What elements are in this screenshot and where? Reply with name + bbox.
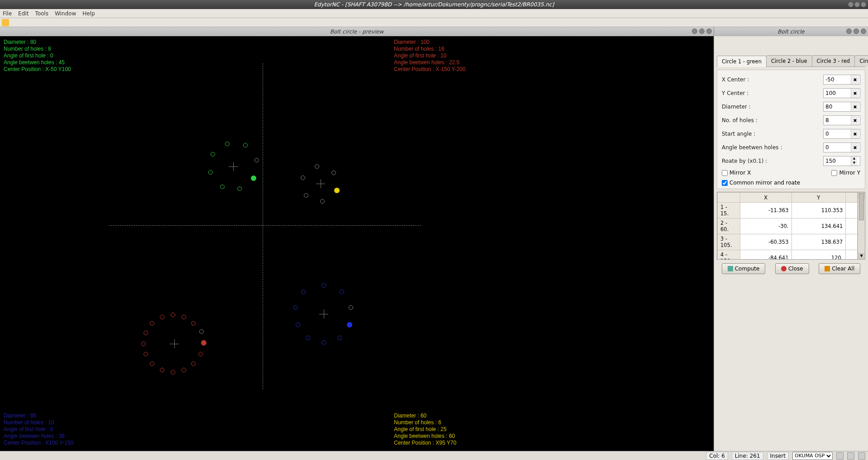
hole-highlight-red	[201, 340, 206, 346]
spinner-up-icon[interactable]: ▲	[851, 156, 857, 161]
menu-edit[interactable]: Edit	[18, 10, 29, 17]
clear-icon[interactable]: ✖	[851, 143, 859, 152]
status-mode: Insert	[767, 452, 789, 460]
menu-file[interactable]: File	[3, 10, 12, 17]
hole	[225, 142, 230, 146]
table-row[interactable]: 3 - 105.-60.353138.637	[718, 234, 858, 250]
main-titlebar: EdytorNC - [SHAFT A30798D --> /home/artu…	[0, 0, 868, 9]
hole	[321, 340, 326, 345]
mirror-y-checkbox[interactable]: Mirror Y	[831, 170, 860, 176]
common-mirror-checkbox[interactable]: Common mirror and roate	[722, 180, 860, 186]
hole	[301, 289, 306, 294]
close-button[interactable]: Close	[775, 263, 809, 274]
side-minimize-icon[interactable]	[846, 28, 852, 34]
scroll-thumb[interactable]	[859, 193, 864, 220]
tab-circle3[interactable]: Circle 3 - red	[812, 55, 855, 66]
side-close-icon[interactable]	[861, 28, 866, 34]
hole-highlight-green	[251, 175, 256, 181]
hole	[171, 370, 175, 375]
table-row[interactable]: 2 - 60.-30.134.641	[718, 218, 858, 234]
label-y-center: Y Center :	[722, 90, 748, 96]
hole-highlight-yellow	[334, 188, 340, 193]
label-x-center: X Center :	[722, 76, 749, 83]
diameter-input[interactable]: ✖	[823, 102, 860, 112]
clear-icon[interactable]: ✖	[851, 116, 859, 125]
info-yellow: Diameter : 60 Number of holes : 6 Angle …	[394, 413, 456, 446]
menu-tools[interactable]: Tools	[35, 10, 48, 17]
holes-input[interactable]: ✖	[823, 115, 860, 125]
toolbar	[0, 18, 868, 27]
start-angle-input[interactable]: ✖	[823, 129, 860, 139]
statusbar: Col: 6 Line: 261 Insert OKUMA OSP	[0, 451, 868, 460]
hole	[320, 199, 325, 204]
red-center	[170, 339, 179, 348]
status-line: Line: 261	[732, 452, 763, 460]
tab-circle1[interactable]: Circle 1 - green	[717, 56, 767, 67]
menu-help[interactable]: Help	[82, 10, 95, 17]
clear-icon[interactable]: ✖	[851, 129, 859, 138]
info-blue: Diameter : 95 Number of holes : 10 Angle…	[4, 413, 73, 446]
close-icon	[781, 266, 786, 271]
cell-spacer	[846, 234, 858, 250]
button-row: Compute Close Clear All	[717, 262, 865, 275]
col-head-blank	[718, 193, 740, 203]
hole	[171, 313, 175, 317]
status-machine-select[interactable]: OKUMA OSP	[792, 452, 833, 460]
cell-x: -84.641	[740, 250, 792, 260]
preview-close-icon[interactable]	[706, 28, 712, 34]
status-icon-3[interactable]	[858, 452, 865, 460]
close-icon[interactable]	[861, 2, 866, 7]
label-start-angle: Start angle :	[722, 131, 755, 137]
menu-window[interactable]: Window	[55, 10, 76, 17]
table-scrollbar[interactable]: ▲ ▼	[858, 192, 865, 259]
side-titlebar: Bolt circle	[714, 27, 868, 36]
app-title: EdytorNC - [SHAFT A30798D --> /home/artu…	[314, 1, 554, 8]
preview-maximize-icon[interactable]	[699, 28, 705, 34]
spinner-down-icon[interactable]: ▼	[851, 161, 857, 166]
angle-between-input[interactable]: ✖	[823, 142, 860, 152]
side-maximize-icon[interactable]	[854, 28, 859, 34]
preview-minimize-icon[interactable]	[692, 28, 697, 34]
scroll-down-icon[interactable]: ▼	[858, 253, 865, 259]
toolbar-icon[interactable]	[2, 19, 9, 26]
label-angle-between: Angle beetwen holes :	[722, 144, 782, 151]
clear-icon[interactable]: ✖	[851, 102, 859, 111]
compute-icon	[728, 266, 733, 271]
maximize-icon[interactable]	[854, 2, 860, 7]
minimize-icon[interactable]	[848, 2, 854, 7]
mirror-x-checkbox[interactable]: Mirror X	[722, 170, 751, 176]
x-center-input[interactable]: ✖	[823, 75, 860, 85]
axis-vertical	[263, 63, 263, 389]
preview-titlebar: Bolt circle - preview	[0, 27, 714, 36]
compute-button[interactable]: Compute	[722, 263, 766, 274]
hole-highlight-blue	[347, 322, 352, 327]
clear-all-button[interactable]: Clear All	[819, 263, 860, 274]
status-icon-1[interactable]	[836, 452, 844, 460]
label-rotate: Roate by (x0.1) :	[722, 158, 767, 164]
row-head: 4 - 150.	[718, 250, 740, 260]
col-head-spacer	[846, 193, 858, 203]
rotate-input[interactable]: ▲▼	[823, 156, 860, 166]
col-head-y: Y	[791, 193, 846, 203]
hole	[254, 158, 259, 162]
preview-canvas[interactable]: Diameter : 80 Number of holes : 8 Angle …	[0, 36, 714, 451]
info-green: Diameter : 80 Number of holes : 8 Angle …	[4, 39, 71, 73]
table-row[interactable]: 1 - 15.-11.363110.353	[718, 203, 858, 218]
clear-icon[interactable]: ✖	[851, 89, 859, 98]
tab-circle2[interactable]: Circle 2 - blue	[766, 55, 812, 66]
cell-y: 134.641	[791, 218, 846, 234]
cell-y: 138.637	[791, 234, 846, 250]
table-row[interactable]: 4 - 150.-84.641120.	[718, 250, 858, 260]
clear-icon[interactable]: ✖	[851, 75, 859, 84]
hole	[144, 331, 148, 335]
y-center-input[interactable]: ✖	[823, 88, 860, 98]
hole	[160, 315, 164, 319]
hole	[150, 321, 154, 326]
hole	[198, 352, 203, 356]
cell-y: 110.353	[791, 203, 846, 218]
cell-x: -60.353	[740, 234, 792, 250]
cell-x: -11.363	[740, 203, 792, 218]
tab-circle4[interactable]: Circle	[854, 55, 868, 66]
hole	[160, 368, 164, 372]
status-icon-2[interactable]	[847, 452, 854, 460]
